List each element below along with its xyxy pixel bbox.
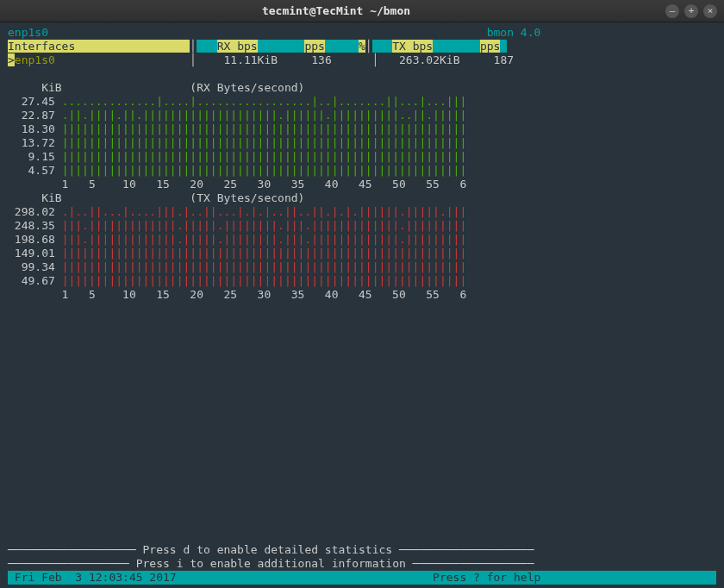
col-tx-pps: pps — [480, 40, 500, 53]
top-appver: bmon 4.0 — [487, 26, 541, 39]
interface-row[interactable]: >enp1s0 │ 11.11KiB 136 │ 263.02KiB 187 — [8, 53, 716, 67]
col-rx-pct: % — [359, 40, 365, 53]
row-rxbps: 11.11KiB — [223, 53, 278, 66]
tx-title: (TX Bytes/second) — [190, 191, 304, 204]
hint-d: Press d to enable detailed statistics — [143, 543, 393, 556]
col-rx-pps: pps — [304, 40, 324, 53]
maximize-icon[interactable]: + — [684, 4, 698, 18]
minimize-icon[interactable]: – — [665, 4, 679, 18]
footer: Fri Feb 3 12:03:45 2017 Press ? for help — [8, 571, 716, 585]
terminal: enp1s0 bmon 4.0 Interfaces │ RX bps pps … — [0, 22, 724, 588]
window-buttons: – + × — [665, 4, 717, 18]
close-icon[interactable]: × — [703, 4, 717, 18]
top-line: enp1s0 bmon 4.0 — [8, 26, 716, 40]
rx-xaxis: 1 5 10 15 20 25 30 35 40 45 50 55 6 — [8, 178, 716, 191]
footer-help: Press ? for help — [433, 571, 540, 584]
row-name: enp1s0 — [15, 53, 55, 66]
column-header: Interfaces │ RX bps pps %│ TX bps pps — [8, 40, 716, 53]
rx-graph: 27.45 ..............|....|..............… — [8, 95, 716, 178]
rx-title: (RX Bytes/second) — [190, 81, 304, 94]
window-titlebar: tecmint@TecMint ~/bmon – + × — [0, 0, 724, 22]
footer-date: Fri Feb 3 12:03:45 2017 — [15, 571, 177, 584]
top-interface: enp1s0 — [8, 26, 48, 39]
row-rxpps: 136 — [311, 53, 331, 66]
rx-unit: KiB — [41, 81, 61, 94]
col-rxbps: RX bps — [217, 40, 258, 53]
tx-unit: KiB — [41, 191, 61, 204]
tx-xaxis: 1 5 10 15 20 25 30 35 40 45 50 55 6 — [8, 288, 716, 302]
tx-graph: 298.02 .|..||...|....|||.|..||...|.|.|..… — [8, 205, 716, 288]
hint-d-line: ─────────────────── Press d to enable de… — [8, 543, 716, 557]
row-txpps: 187 — [494, 53, 514, 66]
col-txbps: TX bps — [392, 40, 433, 53]
cursor-icon: > — [8, 53, 15, 66]
hint-i: Press i to enable additional information — [136, 557, 406, 570]
hint-i-line: ────────────────── Press i to enable add… — [8, 557, 716, 571]
row-txbps: 263.02KiB — [399, 53, 459, 66]
rx-title-line: KiB (RX Bytes/second) — [8, 81, 716, 95]
col-interfaces: Interfaces — [8, 40, 190, 53]
window-title: tecmint@TecMint ~/bmon — [7, 4, 665, 17]
tx-title-line: KiB (TX Bytes/second) — [8, 191, 716, 205]
